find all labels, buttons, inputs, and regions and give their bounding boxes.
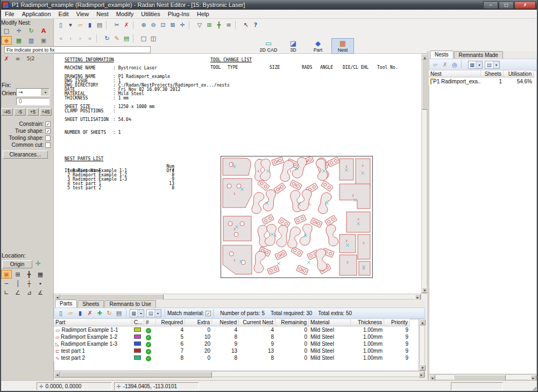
edit-nest-icon[interactable]: ✎ bbox=[112, 34, 122, 43]
split-view-icon[interactable]: ◫ bbox=[148, 34, 158, 43]
parts-tab-remnants-to-use[interactable]: Remnants to Use bbox=[104, 300, 155, 308]
last-nest-icon[interactable]: » bbox=[85, 34, 95, 43]
parts-tab-parts[interactable]: Parts bbox=[55, 300, 77, 308]
line-horizontal-icon[interactable]: ─ bbox=[1, 279, 12, 288]
menu-view[interactable]: View bbox=[73, 10, 93, 18]
clearances-button[interactable]: Clearances... bbox=[3, 151, 48, 159]
add-to-nest-icon[interactable]: ✚ bbox=[95, 309, 104, 318]
close-button[interactable]: ✗ bbox=[514, 1, 536, 9]
mode-part-button[interactable]: ◆Part bbox=[307, 38, 329, 54]
zoom-extents-icon[interactable]: ⊠ bbox=[168, 20, 178, 30]
delete-nest-icon[interactable]: ✗ bbox=[440, 60, 450, 69]
column-header-priority[interactable]: Priority bbox=[384, 319, 410, 326]
option-checkbox[interactable]: ✓ bbox=[45, 129, 51, 134]
print-parts-icon[interactable]: ▤ bbox=[114, 309, 124, 318]
scroll-down-icon[interactable]: ▼ bbox=[420, 365, 426, 370]
copy-nest-icon[interactable]: ▱ bbox=[430, 60, 440, 69]
help-icon[interactable]: ? bbox=[251, 20, 260, 30]
nests-tab-remnants-made[interactable]: Remnants Made bbox=[454, 51, 503, 59]
redraw-icon[interactable]: ↻ bbox=[102, 34, 112, 43]
parts-table-row[interactable]: ▱Radimport Example 1-2✓510880Mild Steel1… bbox=[54, 333, 410, 340]
parts-tab-sheets[interactable]: Sheets bbox=[77, 300, 104, 308]
nest-preview[interactable]: 1111 1111 2222 2222 3333 3333 bbox=[221, 156, 373, 278]
angle-right-icon[interactable]: ∟ bbox=[1, 288, 12, 297]
grid-icon[interactable]: ⊞ bbox=[204, 20, 214, 30]
nest-column-utilisation[interactable]: Utilisation bbox=[504, 70, 534, 77]
rotate-part-icon[interactable]: ↻ bbox=[26, 26, 37, 35]
menu-plug-ins[interactable]: Plug-Ins bbox=[164, 10, 193, 18]
angle-input[interactable]: 0 bbox=[16, 98, 49, 105]
column-header-part[interactable]: Part bbox=[54, 319, 132, 326]
array-parts-icon[interactable]: ◆ bbox=[1, 36, 12, 45]
option-checkbox[interactable] bbox=[45, 142, 51, 148]
nest-column-nest[interactable]: Nest bbox=[429, 70, 481, 77]
fill-sheet-icon[interactable]: ▦ bbox=[13, 36, 24, 45]
delete-part-row-icon[interactable]: ✗ bbox=[85, 309, 95, 318]
orient-select[interactable]: → ▾ bbox=[16, 88, 49, 96]
view-parts-icon[interactable]: ∞ bbox=[12, 54, 23, 63]
filter-style-dropdown[interactable]: ▤ ▾ bbox=[146, 309, 161, 317]
locate-nest-icon[interactable]: ◎ bbox=[450, 60, 459, 69]
rotate-plusminus-5-button[interactable]: +5 bbox=[27, 108, 39, 116]
scroll-right-icon[interactable]: ▶ bbox=[419, 372, 424, 377]
zoom-out-icon[interactable]: ⊖ bbox=[148, 20, 158, 30]
option-checkbox[interactable] bbox=[45, 136, 51, 141]
nests-tab-nests[interactable]: Nests bbox=[430, 51, 454, 59]
line-vertical-icon[interactable]: │ bbox=[12, 279, 23, 288]
pick-icon[interactable]: ↖ bbox=[241, 20, 251, 30]
option-checkbox[interactable]: ✓ bbox=[45, 122, 51, 127]
document-horizontal-scrollbar[interactable]: ◀ ▶ bbox=[54, 294, 421, 300]
menu-application[interactable]: Application bbox=[18, 10, 55, 18]
save-drawing-icon[interactable]: ▮ bbox=[85, 20, 95, 30]
nest-row[interactable]: P1 Radimport_exa...154.6% bbox=[429, 77, 535, 85]
rotate-minus-45-button[interactable]: -45 bbox=[1, 108, 13, 116]
select-part-icon[interactable]: □ bbox=[1, 26, 12, 35]
nest-document[interactable]: SETTING INFORMATION TOOL CHANGE LIST TOO… bbox=[54, 54, 421, 294]
dropdown-arrow-icon[interactable]: ▾ bbox=[41, 89, 49, 96]
pair-parts-icon[interactable]: ▥ bbox=[26, 36, 37, 45]
snap-quadrant-icon[interactable]: ⊞ bbox=[12, 270, 23, 279]
nest-report-icon[interactable]: ▤ bbox=[122, 34, 131, 43]
origin-button[interactable]: Origin bbox=[2, 260, 32, 268]
angle-measure-icon[interactable]: ∡ bbox=[35, 288, 46, 297]
scroll-left-icon[interactable]: ◀ bbox=[54, 372, 60, 377]
new-drawing-dropdown-icon[interactable]: ▾ bbox=[66, 20, 75, 30]
save-parts-icon[interactable]: ▮ bbox=[75, 309, 85, 318]
mode-2d-cad-button[interactable]: ▭2D CAD bbox=[257, 38, 280, 54]
view-style-dropdown[interactable]: ▦ ▾ bbox=[130, 309, 144, 317]
column-header-[interactable]: # bbox=[144, 319, 156, 326]
snap-pattern-icon[interactable]: ▦ bbox=[35, 270, 46, 279]
scroll-up-icon[interactable]: ▲ bbox=[420, 319, 426, 325]
single-view-icon[interactable]: □ bbox=[139, 34, 148, 43]
menu-file[interactable]: File bbox=[1, 10, 18, 18]
delete-part-icon[interactable]: ✗ bbox=[1, 54, 12, 63]
origin-crosshair-icon[interactable]: ✛ bbox=[36, 260, 41, 267]
nests-horizontal-scrollbar[interactable]: ◀ ▶ bbox=[429, 374, 537, 380]
line-cross-icon[interactable]: ┼ bbox=[24, 279, 34, 288]
parts-table-row[interactable]: ⊏test part 1✓72013130Mild Steel1.00mm9 bbox=[54, 347, 410, 354]
new-drawing-icon[interactable]: ▯ bbox=[56, 20, 66, 30]
move-part-icon[interactable]: ✛ bbox=[13, 26, 24, 35]
column-header-nested[interactable]: Nested bbox=[212, 319, 239, 326]
snap-icon[interactable]: ╋ bbox=[214, 20, 224, 30]
menu-nest[interactable]: Nest bbox=[93, 10, 112, 18]
add-part-icon[interactable]: ▯ bbox=[56, 309, 66, 318]
open-part-icon[interactable]: ▱ bbox=[66, 309, 75, 318]
parts-table-row[interactable]: ∿test part 2✓80880Mild Steel1.00mm9 bbox=[54, 354, 410, 361]
menu-edit[interactable]: Edit bbox=[55, 10, 73, 18]
next-nest-icon[interactable]: › bbox=[75, 34, 85, 43]
nest-view-dropdown[interactable]: ▦ ▾ bbox=[468, 61, 483, 69]
block-parts-icon[interactable]: ▣ bbox=[38, 36, 49, 45]
match-material-checkbox[interactable]: ✓ bbox=[206, 311, 211, 316]
pan-icon[interactable]: ✛ bbox=[178, 20, 187, 30]
auto-nest-icon[interactable]: ↻ bbox=[104, 309, 114, 318]
maximize-button[interactable]: □ bbox=[499, 1, 514, 9]
column-header-remaining[interactable]: Remaining bbox=[275, 319, 309, 326]
parts-table-horizontal-scrollbar[interactable]: ◀ ▶ bbox=[54, 371, 425, 377]
rotate-minus-5-button[interactable]: -5 bbox=[14, 108, 26, 116]
sequence-icon[interactable]: 5|2 bbox=[24, 54, 38, 63]
previous-nest-icon[interactable]: ‹ bbox=[66, 34, 75, 43]
open-drawing-icon[interactable]: ▱ bbox=[75, 20, 85, 30]
parts-table-row[interactable]: ▭Radimport Example 1-1✓40440Mild Steel1.… bbox=[54, 326, 410, 333]
column-header-current-nest[interactable]: Current Nest bbox=[239, 319, 275, 326]
